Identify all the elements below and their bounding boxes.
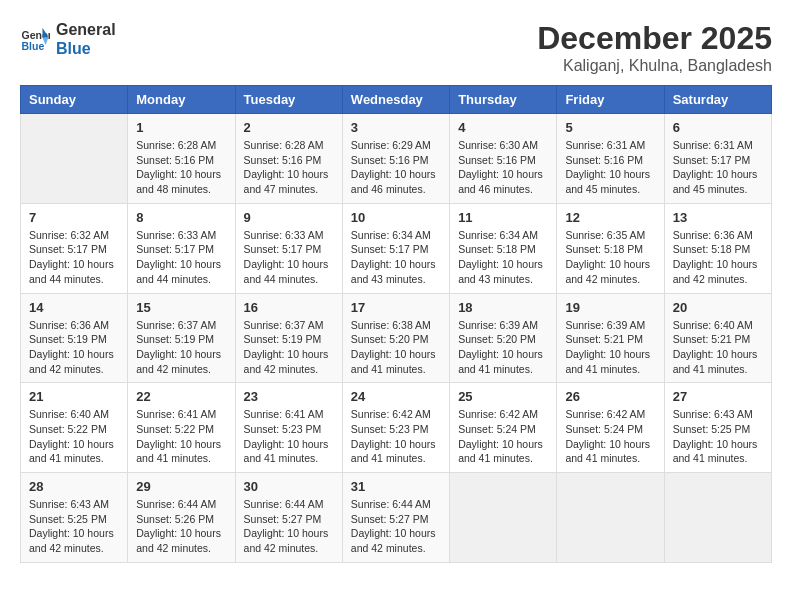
day-number: 16 <box>244 300 334 315</box>
day-cell: 5Sunrise: 6:31 AMSunset: 5:16 PMDaylight… <box>557 114 664 204</box>
header-friday: Friday <box>557 86 664 114</box>
header-row: SundayMondayTuesdayWednesdayThursdayFrid… <box>21 86 772 114</box>
title-area: December 2025 Kaliganj, Khulna, Banglade… <box>537 20 772 75</box>
day-number: 29 <box>136 479 226 494</box>
day-number: 7 <box>29 210 119 225</box>
day-info: Sunrise: 6:34 AMSunset: 5:18 PMDaylight:… <box>458 228 548 287</box>
day-number: 4 <box>458 120 548 135</box>
day-info: Sunrise: 6:39 AMSunset: 5:20 PMDaylight:… <box>458 318 548 377</box>
day-info: Sunrise: 6:44 AMSunset: 5:27 PMDaylight:… <box>244 497 334 556</box>
week-row-3: 14Sunrise: 6:36 AMSunset: 5:19 PMDayligh… <box>21 293 772 383</box>
day-cell: 8Sunrise: 6:33 AMSunset: 5:17 PMDaylight… <box>128 203 235 293</box>
day-number: 9 <box>244 210 334 225</box>
day-info: Sunrise: 6:44 AMSunset: 5:27 PMDaylight:… <box>351 497 441 556</box>
day-info: Sunrise: 6:36 AMSunset: 5:19 PMDaylight:… <box>29 318 119 377</box>
day-number: 13 <box>673 210 763 225</box>
day-number: 3 <box>351 120 441 135</box>
day-info: Sunrise: 6:41 AMSunset: 5:23 PMDaylight:… <box>244 407 334 466</box>
header-tuesday: Tuesday <box>235 86 342 114</box>
day-cell <box>557 473 664 563</box>
logo: General Blue General Blue <box>20 20 116 58</box>
day-info: Sunrise: 6:38 AMSunset: 5:20 PMDaylight:… <box>351 318 441 377</box>
day-number: 27 <box>673 389 763 404</box>
location-title: Kaliganj, Khulna, Bangladesh <box>537 57 772 75</box>
day-number: 2 <box>244 120 334 135</box>
day-cell: 24Sunrise: 6:42 AMSunset: 5:23 PMDayligh… <box>342 383 449 473</box>
day-info: Sunrise: 6:42 AMSunset: 5:24 PMDaylight:… <box>565 407 655 466</box>
day-cell <box>450 473 557 563</box>
day-number: 5 <box>565 120 655 135</box>
day-cell: 20Sunrise: 6:40 AMSunset: 5:21 PMDayligh… <box>664 293 771 383</box>
day-cell: 21Sunrise: 6:40 AMSunset: 5:22 PMDayligh… <box>21 383 128 473</box>
day-cell: 30Sunrise: 6:44 AMSunset: 5:27 PMDayligh… <box>235 473 342 563</box>
day-cell: 26Sunrise: 6:42 AMSunset: 5:24 PMDayligh… <box>557 383 664 473</box>
logo-general: General <box>56 20 116 39</box>
day-cell: 13Sunrise: 6:36 AMSunset: 5:18 PMDayligh… <box>664 203 771 293</box>
day-number: 31 <box>351 479 441 494</box>
day-cell: 25Sunrise: 6:42 AMSunset: 5:24 PMDayligh… <box>450 383 557 473</box>
day-number: 24 <box>351 389 441 404</box>
day-info: Sunrise: 6:37 AMSunset: 5:19 PMDaylight:… <box>244 318 334 377</box>
day-cell: 17Sunrise: 6:38 AMSunset: 5:20 PMDayligh… <box>342 293 449 383</box>
day-info: Sunrise: 6:33 AMSunset: 5:17 PMDaylight:… <box>136 228 226 287</box>
day-cell: 18Sunrise: 6:39 AMSunset: 5:20 PMDayligh… <box>450 293 557 383</box>
month-title: December 2025 <box>537 20 772 57</box>
day-cell: 27Sunrise: 6:43 AMSunset: 5:25 PMDayligh… <box>664 383 771 473</box>
day-number: 21 <box>29 389 119 404</box>
day-cell: 2Sunrise: 6:28 AMSunset: 5:16 PMDaylight… <box>235 114 342 204</box>
week-row-4: 21Sunrise: 6:40 AMSunset: 5:22 PMDayligh… <box>21 383 772 473</box>
day-cell: 9Sunrise: 6:33 AMSunset: 5:17 PMDaylight… <box>235 203 342 293</box>
day-info: Sunrise: 6:33 AMSunset: 5:17 PMDaylight:… <box>244 228 334 287</box>
day-number: 23 <box>244 389 334 404</box>
day-info: Sunrise: 6:39 AMSunset: 5:21 PMDaylight:… <box>565 318 655 377</box>
header-monday: Monday <box>128 86 235 114</box>
day-cell: 3Sunrise: 6:29 AMSunset: 5:16 PMDaylight… <box>342 114 449 204</box>
day-info: Sunrise: 6:43 AMSunset: 5:25 PMDaylight:… <box>29 497 119 556</box>
week-row-1: 1Sunrise: 6:28 AMSunset: 5:16 PMDaylight… <box>21 114 772 204</box>
day-number: 12 <box>565 210 655 225</box>
day-info: Sunrise: 6:31 AMSunset: 5:16 PMDaylight:… <box>565 138 655 197</box>
header-sunday: Sunday <box>21 86 128 114</box>
day-info: Sunrise: 6:30 AMSunset: 5:16 PMDaylight:… <box>458 138 548 197</box>
day-info: Sunrise: 6:29 AMSunset: 5:16 PMDaylight:… <box>351 138 441 197</box>
day-info: Sunrise: 6:43 AMSunset: 5:25 PMDaylight:… <box>673 407 763 466</box>
day-info: Sunrise: 6:44 AMSunset: 5:26 PMDaylight:… <box>136 497 226 556</box>
day-number: 18 <box>458 300 548 315</box>
day-info: Sunrise: 6:36 AMSunset: 5:18 PMDaylight:… <box>673 228 763 287</box>
day-cell: 19Sunrise: 6:39 AMSunset: 5:21 PMDayligh… <box>557 293 664 383</box>
week-row-2: 7Sunrise: 6:32 AMSunset: 5:17 PMDaylight… <box>21 203 772 293</box>
day-number: 17 <box>351 300 441 315</box>
day-cell: 14Sunrise: 6:36 AMSunset: 5:19 PMDayligh… <box>21 293 128 383</box>
day-number: 26 <box>565 389 655 404</box>
svg-text:Blue: Blue <box>22 40 45 52</box>
logo-icon: General Blue <box>20 24 50 54</box>
day-cell: 23Sunrise: 6:41 AMSunset: 5:23 PMDayligh… <box>235 383 342 473</box>
header-thursday: Thursday <box>450 86 557 114</box>
calendar-body: 1Sunrise: 6:28 AMSunset: 5:16 PMDaylight… <box>21 114 772 563</box>
day-info: Sunrise: 6:31 AMSunset: 5:17 PMDaylight:… <box>673 138 763 197</box>
day-info: Sunrise: 6:37 AMSunset: 5:19 PMDaylight:… <box>136 318 226 377</box>
day-number: 19 <box>565 300 655 315</box>
header-wednesday: Wednesday <box>342 86 449 114</box>
day-number: 10 <box>351 210 441 225</box>
header-saturday: Saturday <box>664 86 771 114</box>
day-info: Sunrise: 6:41 AMSunset: 5:22 PMDaylight:… <box>136 407 226 466</box>
day-cell: 28Sunrise: 6:43 AMSunset: 5:25 PMDayligh… <box>21 473 128 563</box>
page-header: General Blue General Blue December 2025 … <box>20 20 772 75</box>
day-cell: 7Sunrise: 6:32 AMSunset: 5:17 PMDaylight… <box>21 203 128 293</box>
day-cell: 29Sunrise: 6:44 AMSunset: 5:26 PMDayligh… <box>128 473 235 563</box>
day-info: Sunrise: 6:40 AMSunset: 5:22 PMDaylight:… <box>29 407 119 466</box>
day-cell: 4Sunrise: 6:30 AMSunset: 5:16 PMDaylight… <box>450 114 557 204</box>
logo-blue: Blue <box>56 39 116 58</box>
day-info: Sunrise: 6:40 AMSunset: 5:21 PMDaylight:… <box>673 318 763 377</box>
day-number: 11 <box>458 210 548 225</box>
day-cell: 11Sunrise: 6:34 AMSunset: 5:18 PMDayligh… <box>450 203 557 293</box>
day-cell: 1Sunrise: 6:28 AMSunset: 5:16 PMDaylight… <box>128 114 235 204</box>
day-cell: 6Sunrise: 6:31 AMSunset: 5:17 PMDaylight… <box>664 114 771 204</box>
day-number: 15 <box>136 300 226 315</box>
day-cell: 15Sunrise: 6:37 AMSunset: 5:19 PMDayligh… <box>128 293 235 383</box>
day-cell: 31Sunrise: 6:44 AMSunset: 5:27 PMDayligh… <box>342 473 449 563</box>
day-number: 28 <box>29 479 119 494</box>
day-info: Sunrise: 6:34 AMSunset: 5:17 PMDaylight:… <box>351 228 441 287</box>
day-info: Sunrise: 6:42 AMSunset: 5:23 PMDaylight:… <box>351 407 441 466</box>
